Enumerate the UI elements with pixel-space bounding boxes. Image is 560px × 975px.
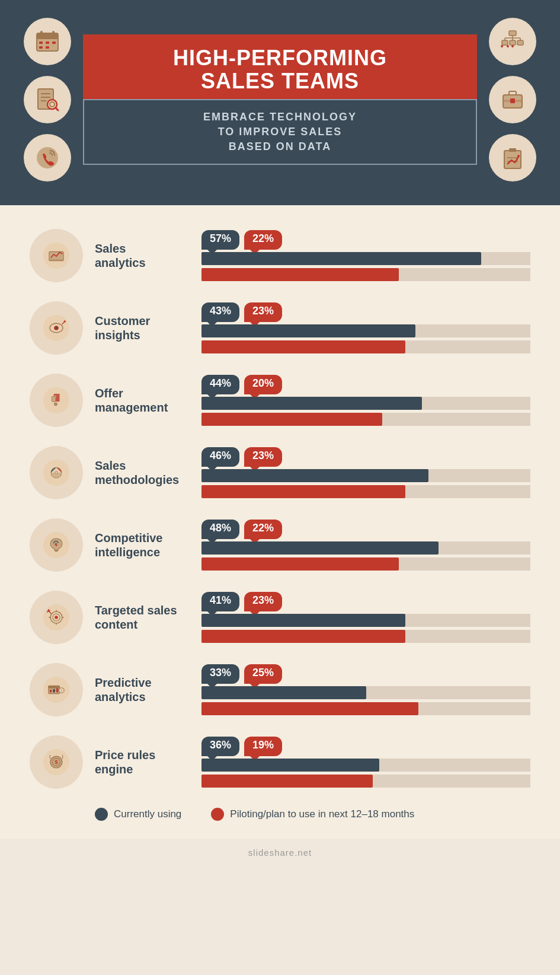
svg-rect-6 [52, 42, 56, 44]
competitive-intelligence-bars: 48% 22% [201, 520, 530, 571]
svg-line-14 [56, 108, 59, 111]
sales-analytics-label: Salesanalytics [95, 241, 190, 270]
offer-management-bars: 44% 20% [201, 375, 530, 426]
targeted-sales-content-current-fill [201, 614, 405, 627]
price-rules-engine-pilot-fill [201, 775, 373, 788]
svg-rect-30 [510, 98, 515, 103]
hierarchy-icon [489, 18, 536, 65]
svg-point-16 [37, 147, 58, 168]
competitive-intelligence-pilot-bar [201, 557, 530, 571]
legend-currently-using: Currently using [95, 808, 181, 821]
targeted-sales-content-icon [30, 591, 83, 644]
predictive-analytics-bars: 33% 25% [201, 664, 530, 715]
svg-point-42 [55, 327, 57, 329]
svg-rect-17 [509, 31, 516, 36]
svg-point-35 [517, 155, 520, 157]
svg-rect-71 [53, 689, 55, 693]
svg-rect-50 [55, 395, 56, 397]
competitive-intelligence-current-fill [201, 541, 439, 555]
svg-rect-20 [517, 40, 523, 45]
svg-point-26 [507, 45, 509, 47]
row-sales-methodologies: Salesmethodologies 46% 23% [30, 446, 530, 499]
svg-point-27 [511, 45, 514, 47]
price-rules-engine-bars: 36% 19% [201, 737, 530, 788]
svg-rect-31 [504, 151, 521, 168]
svg-rect-38 [50, 260, 63, 261]
sales-methodologies-pilot-label: 23% [244, 447, 282, 467]
svg-rect-18 [502, 40, 508, 45]
sales-analytics-pilot-label: 22% [244, 230, 282, 250]
offer-management-current-fill [201, 397, 422, 410]
legend-piloting-label: Piloting/plan to use in next 12–18 month… [230, 808, 414, 820]
customer-insights-current-fill [201, 324, 415, 337]
customer-insights-current-bar [201, 324, 530, 337]
svg-rect-8 [46, 46, 49, 49]
competitive-intelligence-label: Competitiveintelligence [95, 531, 190, 559]
sales-analytics-current-fill [201, 252, 481, 265]
legend-piloting-dot [211, 808, 224, 821]
svg-rect-70 [50, 690, 52, 692]
price-rules-engine-label: Price rulesengine [95, 748, 190, 776]
competitive-intelligence-current-bar [201, 541, 530, 555]
header-icons-right [489, 18, 536, 181]
price-rules-engine-icon: $ [30, 735, 83, 789]
sales-analytics-pilot-bar [201, 268, 530, 281]
svg-point-53 [55, 471, 57, 474]
offer-management-pilot-bar [201, 413, 530, 426]
legend-currently-using-label: Currently using [114, 808, 181, 820]
svg-rect-4 [39, 42, 43, 44]
legend-piloting: Piloting/plan to use in next 12–18 month… [211, 808, 414, 821]
sales-methodologies-pilot-bar [201, 485, 530, 498]
targeted-sales-content-bars: 41% 23% [201, 592, 530, 643]
header-title-area: HIGH-PERFORMING SALES TEAMS EMBRACE TECH… [71, 34, 489, 165]
briefcase-icon [489, 76, 536, 123]
sales-analytics-pilot-fill [201, 268, 399, 281]
row-customer-insights: Customerinsights 43% 23% [30, 301, 530, 355]
customer-insights-current-label: 43% [201, 302, 239, 322]
customer-insights-label: Customerinsights [95, 314, 190, 342]
price-rules-engine-current-fill [201, 759, 379, 772]
predictive-analytics-current-fill [201, 686, 366, 699]
offer-management-pilot-label: 20% [244, 375, 282, 394]
sales-methodologies-current-label: 46% [201, 447, 239, 467]
competitive-intelligence-pilot-fill [201, 557, 399, 571]
svg-point-55 [55, 544, 57, 546]
svg-rect-19 [510, 40, 516, 45]
sales-analytics-current-label: 57% [201, 230, 239, 250]
sales-methodologies-current-fill [201, 469, 428, 482]
predictive-analytics-pilot-bar [201, 702, 530, 715]
targeted-sales-content-pilot-label: 23% [244, 592, 282, 611]
row-competitive-intelligence: Competitiveintelligence 48% 22% [30, 518, 530, 572]
price-rules-engine-current-bar [201, 759, 530, 772]
svg-rect-1 [37, 33, 58, 39]
targeted-sales-content-current-bar [201, 614, 530, 627]
svg-point-49 [55, 404, 56, 405]
title-line1: HIGH-PERFORMING [101, 46, 459, 70]
offer-management-label: Offermanagement [95, 386, 190, 415]
competitive-intelligence-current-label: 48% [201, 520, 239, 539]
targeted-sales-content-pilot-fill [201, 630, 405, 643]
svg-point-60 [55, 616, 58, 619]
sales-analytics-current-bar [201, 252, 530, 265]
svg-text:$: $ [55, 759, 58, 765]
header-subtitle-box: EMBRACE TECHNOLOGYTO IMPROVE SALESBASED … [83, 99, 477, 165]
targeted-sales-content-current-label: 41% [201, 592, 239, 611]
svg-rect-56 [55, 550, 57, 552]
targeted-sales-content-label: Targeted salescontent [95, 603, 190, 632]
svg-point-44 [64, 320, 66, 322]
phone-icon [24, 134, 71, 181]
clipboard-chart-icon [489, 134, 536, 181]
offer-management-pilot-fill [201, 413, 382, 426]
svg-rect-3 [52, 31, 55, 36]
customer-insights-pilot-bar [201, 340, 530, 353]
svg-rect-32 [509, 148, 516, 152]
price-rules-engine-current-label: 36% [201, 737, 239, 756]
row-offer-management: Offermanagement 44% 20% [30, 374, 530, 427]
sales-methodologies-bars: 46% 23% [201, 447, 530, 498]
sales-methodologies-pilot-fill [201, 485, 405, 498]
svg-rect-69 [49, 686, 60, 688]
targeted-sales-content-pilot-bar [201, 630, 530, 643]
header-title-box: HIGH-PERFORMING SALES TEAMS [83, 34, 477, 99]
row-price-rules-engine: $ Price rulesengine 36% 19% [30, 735, 530, 789]
competitive-intelligence-pilot-label: 22% [244, 520, 282, 539]
